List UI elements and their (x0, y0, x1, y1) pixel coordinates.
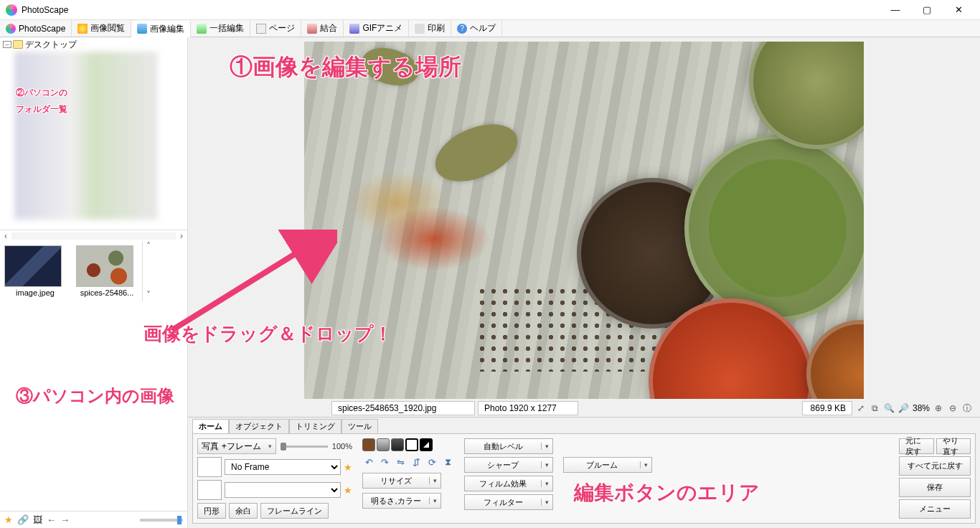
photo-frame-button[interactable]: 写真 +フレーム (197, 438, 276, 454)
brightness-color-dropdown[interactable]: 明るさ,カラー▾ (362, 493, 441, 509)
thumbnail-item[interactable]: image.jpeg (4, 245, 66, 297)
folder-tree[interactable]: – デスクトップ (0, 37, 187, 230)
tab-browse[interactable]: 画像閲覧 (72, 20, 131, 37)
swatch-gray[interactable] (377, 438, 390, 451)
right-panel: spices-2548653_1920.jpg Photo 1920 x 127… (188, 37, 980, 528)
frameline-button[interactable]: フレームライン (260, 503, 329, 519)
tab-photoscape[interactable]: PhotoScape (0, 20, 72, 37)
thumb-vscroll[interactable]: ˄ ˅ (142, 241, 154, 301)
link-icon[interactable]: 🔗 (17, 514, 29, 525)
zoom-area-icon[interactable]: 🔍 (884, 403, 895, 413)
fit-screen-icon[interactable]: ⤢ (855, 403, 867, 413)
editor-home-panel: 写真 +フレーム 100% No Frame ★ ★ (192, 433, 976, 524)
close-button[interactable]: ✕ (943, 0, 974, 20)
subtab-home[interactable]: ホーム (192, 419, 229, 433)
flip-h-icon[interactable]: ⇋ (394, 456, 407, 468)
redo-button[interactable]: やり直す (936, 438, 971, 454)
rotate-left-icon[interactable]: ↶ (362, 456, 375, 468)
tree-root[interactable]: – デスクトップ (1, 39, 186, 50)
bloom-dropdown[interactable]: ブルーム▾ (563, 457, 652, 473)
tab-label: PhotoScape (19, 24, 65, 34)
margin-button[interactable]: 余白 (229, 503, 258, 519)
resize-dropdown[interactable]: リサイズ▾ (362, 473, 441, 489)
frame-favorite-icon[interactable]: ★ (344, 485, 352, 496)
flip-v-icon[interactable]: ⇵ (410, 456, 423, 468)
status-zoom: 38% (913, 403, 930, 413)
thumb-size-slider[interactable] (140, 519, 183, 522)
undo-button[interactable]: 元に戻す (899, 438, 934, 454)
next-icon[interactable]: → (60, 514, 70, 525)
frame-select[interactable]: No Frame (225, 459, 341, 475)
tab-help[interactable]: ?ヘルプ (451, 20, 502, 37)
picture-icon[interactable]: 🖼 (33, 514, 42, 525)
left-panel: – デスクトップ ‹ › image.jpeg spices-25486... (0, 37, 188, 528)
combine-icon (307, 24, 317, 34)
app-icon (6, 4, 17, 16)
tree-hscroll[interactable]: ‹ › (0, 230, 187, 241)
maximize-button[interactable]: ▢ (911, 0, 943, 20)
tab-gif[interactable]: GIFアニメ (344, 20, 409, 37)
menu-button[interactable]: メニュー (899, 499, 971, 519)
status-filesize: 869.9 KB (802, 401, 852, 415)
window-controls: — ▢ ✕ (880, 0, 974, 20)
titlebar: PhotoScape — ▢ ✕ (0, 0, 980, 20)
frame-preview (197, 457, 222, 477)
frame-favorite-icon[interactable]: ★ (344, 462, 352, 473)
swatch-sepia[interactable] (362, 438, 375, 451)
hourglass-icon[interactable]: ⧗ (441, 456, 454, 468)
print-icon (415, 24, 425, 34)
scroll-track[interactable] (11, 232, 176, 240)
undo-all-button[interactable]: すべて元に戻す (899, 456, 971, 476)
editor-panel: ホーム オブジェクト トリミング ツール 写真 +フレーム 100% No Fr… (188, 417, 980, 528)
scroll-up-icon[interactable]: ˄ (143, 241, 154, 253)
filter-dropdown[interactable]: フィルター▾ (464, 494, 553, 510)
subtab-tools[interactable]: ツール (341, 419, 378, 433)
zoom-reset-icon[interactable]: 🔎 (898, 403, 910, 413)
tab-label: ページ (269, 22, 295, 34)
window-title: PhotoScape (22, 5, 68, 15)
help-icon: ? (457, 24, 467, 34)
scroll-track[interactable] (143, 253, 154, 290)
folder-icon (13, 40, 23, 49)
status-dimensions: Photo 1920 x 1277 (478, 401, 578, 415)
tab-combine[interactable]: 結合 (301, 20, 344, 37)
canvas-area[interactable] (188, 37, 980, 400)
minimize-button[interactable]: — (880, 0, 911, 20)
actual-size-icon[interactable]: ⧉ (870, 403, 881, 413)
autolevel-dropdown[interactable]: 自動レベル▾ (464, 438, 553, 454)
swatch-bw[interactable] (420, 438, 433, 451)
gif-icon (349, 24, 359, 34)
frame-select-2[interactable] (225, 482, 341, 498)
sharp-dropdown[interactable]: シャープ▾ (464, 457, 553, 473)
tab-print[interactable]: 印刷 (409, 20, 451, 37)
main-tabs: PhotoScape 画像閲覧 画像編集 一括編集 ページ 結合 GIFアニメ … (0, 20, 980, 37)
zoom-in-icon[interactable]: ⊕ (933, 403, 944, 413)
info-icon[interactable]: ⓘ (961, 402, 973, 415)
prev-icon[interactable]: ← (47, 514, 56, 525)
swatch-invert[interactable] (405, 438, 418, 451)
thumbnail-item[interactable]: spices-25486... (76, 245, 138, 297)
tab-batch[interactable]: 一括編集 (191, 20, 250, 37)
tree-root-label: デスクトップ (25, 39, 77, 51)
editor-right-buttons: 元に戻す やり直す すべて元に戻す 保存 メニュー (899, 438, 971, 519)
subtab-object[interactable]: オブジェクト (229, 419, 289, 433)
zoom-out-icon[interactable]: ⊖ (947, 403, 958, 413)
scroll-right-icon[interactable]: › (176, 231, 187, 241)
rotate-right-icon[interactable]: ↷ (378, 456, 391, 468)
swatch-dark[interactable] (391, 438, 404, 451)
collapse-icon[interactable]: – (3, 41, 11, 48)
round-button[interactable]: 円形 (197, 503, 226, 519)
thumbnail-caption: spices-25486... (76, 288, 138, 297)
subtab-crop[interactable]: トリミング (289, 419, 341, 433)
scroll-left-icon[interactable]: ‹ (0, 231, 11, 241)
favorite-icon[interactable]: ★ (4, 514, 13, 525)
tab-edit[interactable]: 画像編集 (131, 21, 191, 37)
edit-icon (137, 24, 147, 34)
scroll-down-icon[interactable]: ˅ (143, 290, 154, 301)
tab-page[interactable]: ページ (250, 20, 301, 37)
save-button[interactable]: 保存 (899, 478, 971, 497)
filmfx-dropdown[interactable]: フィルム効果▾ (464, 476, 553, 491)
free-rotate-icon[interactable]: ⟳ (425, 456, 438, 468)
frame-opacity-slider[interactable] (281, 446, 328, 448)
image-canvas[interactable] (304, 42, 864, 399)
